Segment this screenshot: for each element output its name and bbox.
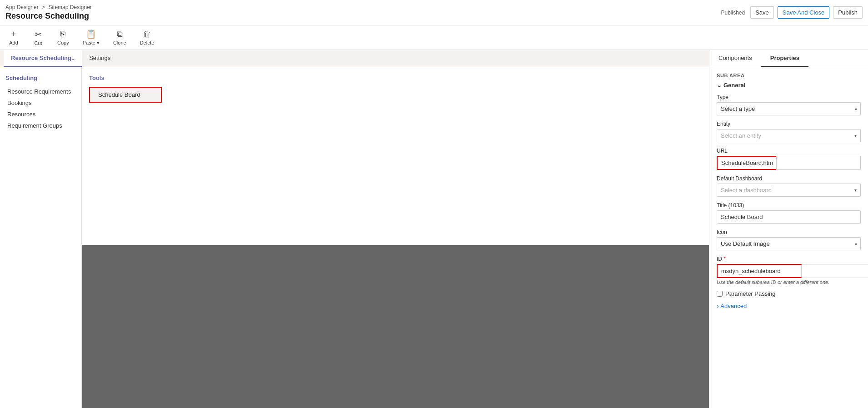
- icon-select[interactable]: Use Default Image: [717, 237, 861, 250]
- parameter-passing-row: Parameter Passing: [717, 290, 861, 297]
- toolbar-delete[interactable]: 🗑 Delete: [137, 29, 157, 46]
- toolbar-add-label: Add: [9, 40, 18, 45]
- dashboard-label: Default Dashboard: [717, 175, 861, 182]
- chevron-down-icon: ⌄: [717, 82, 722, 89]
- entity-label: Entity: [717, 121, 861, 127]
- url-input-extra[interactable]: [776, 156, 861, 170]
- icon-select-wrapper: Use Default Image ▾: [717, 237, 861, 250]
- right-canvas: Tools Schedule Board: [82, 67, 709, 408]
- dashboard-chevron-icon: ▾: [854, 188, 857, 193]
- sitemap-group-title[interactable]: Scheduling: [5, 75, 76, 81]
- advanced-link[interactable]: › Advanced: [717, 303, 861, 309]
- tools-label: Tools: [89, 75, 702, 81]
- breadcrumb-page: Sitemap Designer: [48, 4, 91, 10]
- main-layout: Resource Scheduling.. Settings Schedulin…: [0, 50, 868, 408]
- status-label: Published: [721, 10, 745, 16]
- id-label: ID: [717, 256, 861, 262]
- right-panel-tabs: Components Properties: [709, 50, 868, 67]
- tab-resource-scheduling[interactable]: Resource Scheduling..: [4, 50, 82, 67]
- center-tab-bar: Resource Scheduling.. Settings: [0, 50, 709, 67]
- top-bar-right: Published Save Save And Close Publish: [721, 6, 863, 19]
- right-panel: Components Properties SUB AREA ⌄ General…: [709, 50, 868, 408]
- sitemap-item-requirement-groups[interactable]: Requirement Groups: [5, 120, 76, 131]
- clone-icon: ⧉: [117, 30, 123, 39]
- toolbar: + Add ✂ Cut ⎘ Copy 📋 Paste ▾ ⧉ Clone 🗑 D…: [0, 25, 868, 50]
- sitemap-item-resource-requirements[interactable]: Resource Requirements: [5, 86, 76, 97]
- sitemap-item-resources[interactable]: Resources: [5, 109, 76, 120]
- top-bar: App Designer > Sitemap Designer Resource…: [0, 0, 868, 25]
- id-input-left[interactable]: [717, 264, 802, 278]
- save-button[interactable]: Save: [750, 6, 774, 19]
- id-row: [717, 264, 861, 278]
- entity-placeholder: Select an entity: [721, 132, 761, 139]
- general-section-toggle[interactable]: ⌄ General: [717, 82, 861, 89]
- schedule-board-item[interactable]: Schedule Board: [89, 87, 162, 103]
- breadcrumb: App Designer > Sitemap Designer: [5, 4, 92, 10]
- center-panel: Resource Scheduling.. Settings Schedulin…: [0, 50, 709, 408]
- icon-field-group: Icon Use Default Image ▾: [717, 229, 861, 250]
- sitemap-item-bookings[interactable]: Bookings: [5, 97, 76, 109]
- toolbar-cut-label: Cut: [34, 40, 42, 46]
- toolbar-clone[interactable]: ⧉ Clone: [110, 29, 129, 46]
- entity-field-group: Entity Select an entity ▾: [717, 121, 861, 142]
- breadcrumb-sep: >: [42, 4, 45, 10]
- toolbar-copy[interactable]: ⎘ Copy: [55, 29, 72, 46]
- section-title: SUB AREA: [717, 73, 861, 78]
- url-label: URL: [717, 148, 861, 154]
- url-row: [717, 156, 861, 170]
- tab-settings[interactable]: Settings: [82, 50, 118, 67]
- cut-icon: ✂: [35, 30, 42, 40]
- chevron-right-icon: ›: [717, 303, 718, 309]
- delete-icon: 🗑: [143, 30, 151, 39]
- parameter-passing-checkbox[interactable]: [717, 291, 723, 297]
- toolbar-delete-label: Delete: [140, 40, 155, 45]
- title-label: Title (1033): [717, 202, 861, 209]
- advanced-label: Advanced: [720, 303, 747, 309]
- toolbar-add[interactable]: + Add: [5, 29, 22, 46]
- type-select-wrapper: Select a type ▾: [717, 102, 861, 115]
- publish-button[interactable]: Publish: [833, 6, 863, 19]
- app-title: Resource Scheduling: [5, 11, 92, 21]
- right-tab-properties[interactable]: Properties: [761, 50, 808, 67]
- type-select[interactable]: Select a type: [717, 102, 861, 115]
- sitemap-nav: Scheduling Resource Requirements Booking…: [0, 67, 82, 408]
- id-field-group: ID Use the default subarea ID or enter a…: [717, 256, 861, 285]
- save-and-close-button[interactable]: Save And Close: [778, 6, 830, 19]
- dashboard-field-group: Default Dashboard Select a dashboard ▾: [717, 175, 861, 197]
- url-field-group: URL: [717, 148, 861, 170]
- toolbar-copy-label: Copy: [57, 40, 69, 45]
- toolbar-paste-label: Paste ▾: [83, 40, 100, 46]
- parameter-passing-label: Parameter Passing: [725, 290, 776, 297]
- icon-label: Icon: [717, 229, 861, 235]
- url-input[interactable]: [717, 156, 776, 170]
- title-input[interactable]: [717, 210, 861, 224]
- copy-icon: ⎘: [60, 30, 65, 39]
- gray-bottom-area: [82, 245, 709, 408]
- dashboard-select[interactable]: Select a dashboard ▾: [717, 184, 861, 197]
- entity-chevron-icon: ▾: [854, 133, 857, 138]
- paste-icon: 📋: [86, 29, 96, 39]
- entity-select[interactable]: Select an entity ▾: [717, 129, 861, 142]
- id-input-right[interactable]: [802, 264, 868, 278]
- title-field-group: Title (1033): [717, 202, 861, 224]
- breadcrumb-app[interactable]: App Designer: [5, 4, 39, 10]
- right-panel-content: SUB AREA ⌄ General Type Select a type ▾ …: [709, 67, 868, 408]
- toolbar-paste[interactable]: 📋 Paste ▾: [80, 28, 102, 47]
- toolbar-cut[interactable]: ✂ Cut: [30, 29, 46, 47]
- right-tab-components[interactable]: Components: [709, 50, 761, 67]
- id-tooltip: Use the default subarea ID or enter a di…: [717, 279, 861, 285]
- add-icon: +: [11, 30, 16, 39]
- top-bar-left: App Designer > Sitemap Designer Resource…: [5, 4, 92, 21]
- dashboard-placeholder: Select a dashboard: [721, 187, 772, 194]
- type-field-group: Type Select a type ▾: [717, 94, 861, 115]
- canvas-area: Scheduling Resource Requirements Booking…: [0, 67, 709, 408]
- toolbar-clone-label: Clone: [113, 40, 126, 45]
- tools-area: Tools Schedule Board: [82, 67, 709, 245]
- type-label: Type: [717, 94, 861, 100]
